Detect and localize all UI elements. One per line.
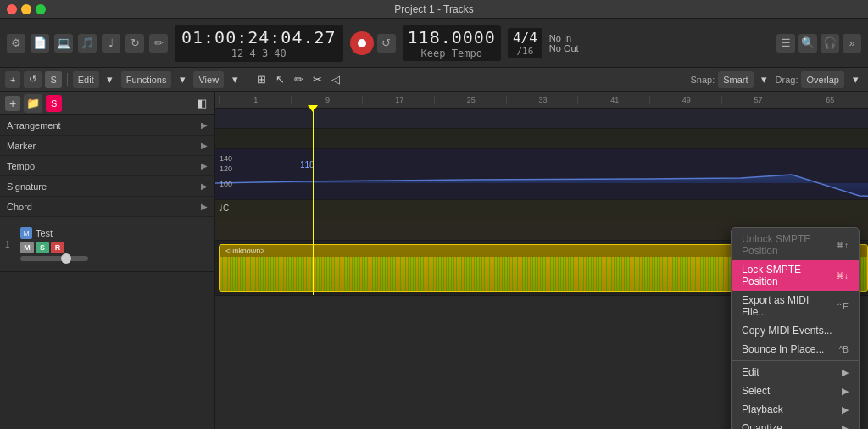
- context-menu: Unlock SMPTE Position ⌘↑ Lock SMPTE Posi…: [731, 227, 860, 429]
- tempo-label: Keep Tempo: [421, 47, 482, 59]
- pencil-tool[interactable]: ✏: [291, 72, 306, 87]
- record-enable-button[interactable]: R: [51, 242, 64, 254]
- solo-button[interactable]: S: [36, 242, 49, 254]
- tempo-display: 118.0000 Keep Tempo: [403, 25, 501, 61]
- playhead-midi: [313, 241, 314, 295]
- signature-display: 4/4 /16: [508, 28, 542, 58]
- ruler-mark-9: 9: [291, 96, 363, 104]
- maximize-button[interactable]: [36, 4, 46, 14]
- ruler-mark-17: 17: [362, 96, 434, 104]
- mute-button[interactable]: M: [20, 242, 34, 254]
- snap-label: Snap:: [690, 75, 715, 85]
- midi-icon[interactable]: 🎵: [78, 34, 97, 53]
- ruler-mark-1: 1: [219, 96, 291, 104]
- cpu-icon[interactable]: 💻: [54, 34, 73, 53]
- svg-text:120: 120: [220, 164, 232, 173]
- playhead-head: [308, 105, 318, 112]
- volume-thumb: [61, 254, 71, 264]
- tempo-track-header[interactable]: Tempo ▶: [0, 156, 214, 176]
- signature-marker: ♩C: [219, 203, 229, 213]
- cm-edit-arrow: ▶: [842, 367, 849, 378]
- headphones-icon[interactable]: 🎧: [821, 34, 839, 53]
- ruler-mark-41: 41: [577, 96, 649, 104]
- record-button[interactable]: [350, 31, 374, 55]
- add-button[interactable]: +: [5, 96, 20, 111]
- cm-select-arrow: ▶: [842, 386, 849, 397]
- chevron-down-1[interactable]: ▾: [103, 72, 118, 87]
- ruler-mark-25: 25: [434, 96, 506, 104]
- cm-export-midi[interactable]: Export as MIDI File... ⌃E: [732, 291, 859, 321]
- transport-controls: ↺: [350, 31, 396, 55]
- chevron-down-2[interactable]: ▾: [175, 72, 190, 87]
- list-icon[interactable]: ☰: [776, 34, 795, 53]
- tempo-value: 118.0000: [408, 27, 496, 47]
- chevron-down-3[interactable]: ▾: [227, 72, 242, 87]
- cm-edit[interactable]: Edit ▶: [732, 363, 859, 382]
- transport-left-icons: ⚙ 📄 💻 🎵 ♩ ↻ ✏: [7, 34, 168, 53]
- loop-icon[interactable]: ↺: [24, 71, 42, 88]
- arrangement-label: Arrangement: [7, 120, 201, 131]
- cm-unlock-smpte[interactable]: Unlock SMPTE Position ⌘↑: [732, 230, 859, 260]
- add-track-button[interactable]: +: [5, 71, 20, 88]
- smart-s-button[interactable]: S: [46, 95, 62, 112]
- midi-icon-label: M: [24, 230, 30, 237]
- metronome-icon[interactable]: ♩: [102, 34, 120, 53]
- drag-label: Drag:: [776, 75, 798, 85]
- pencil-icon[interactable]: ✏: [149, 34, 168, 53]
- volume-slider[interactable]: [20, 256, 88, 261]
- snap-value[interactable]: Smart: [718, 71, 753, 88]
- fade-tool[interactable]: ◁: [328, 72, 343, 87]
- cm-copy-midi[interactable]: Copy MIDI Events...: [732, 321, 859, 340]
- track-1-controls: M Test M S R: [20, 227, 209, 261]
- settings-icon[interactable]: ⚙: [7, 34, 25, 53]
- file-icon[interactable]: 📄: [31, 34, 49, 53]
- signature-track-header[interactable]: Signature ▶: [0, 176, 214, 197]
- more-icon[interactable]: »: [843, 34, 861, 53]
- chevron-down-drag[interactable]: ▾: [848, 72, 863, 87]
- cm-lock-smpte[interactable]: Lock SMPTE Position ⌘↓: [732, 260, 859, 291]
- edit-button[interactable]: Edit: [73, 71, 99, 88]
- cm-bounce-in[interactable]: Bounce In Place... ^B: [732, 340, 859, 359]
- inspector-icon[interactable]: ◧: [194, 96, 209, 111]
- trim-tool[interactable]: ✂: [309, 72, 325, 87]
- arrangement-arrow: ▶: [201, 120, 208, 130]
- marker-track-header[interactable]: Marker ▶: [0, 136, 214, 156]
- cm-sep-1: [732, 360, 859, 361]
- tempo-label: Tempo: [7, 161, 201, 171]
- ruler-marks: 1 9 17 25 33 41 49 57 65: [219, 96, 865, 104]
- chevron-down-snap[interactable]: ▾: [757, 72, 772, 87]
- marker-arrow: ▶: [201, 141, 208, 150]
- arrangement-track-header[interactable]: Arrangement ▶: [0, 115, 214, 136]
- chord-track-header[interactable]: Chord ▶: [0, 197, 214, 217]
- close-button[interactable]: [7, 4, 17, 14]
- folder-icon[interactable]: 📁: [24, 94, 42, 113]
- pointer-icon[interactable]: ↖: [272, 72, 287, 87]
- cm-playback[interactable]: Playback ▶: [732, 400, 859, 419]
- track-1: 1 M Test M S R: [0, 217, 214, 272]
- cm-select[interactable]: Select ▶: [732, 382, 859, 400]
- signature-label: Signature: [7, 181, 201, 192]
- left-panel: + 📁 S ◧ Arrangement ▶ Marker ▶ Tempo ▶ S…: [0, 92, 215, 429]
- record-icon: [358, 39, 366, 47]
- smart-button[interactable]: S: [45, 71, 61, 88]
- search-icon[interactable]: 🔍: [798, 34, 817, 53]
- time-display: 01:00:24:04.27 12 4 3 40: [175, 25, 343, 62]
- cm-quantize[interactable]: Quantize ▶: [732, 419, 859, 429]
- titlebar: Project 1 - Tracks: [0, 0, 868, 19]
- sub-signature: /16: [516, 46, 533, 57]
- left-panel-toolbar: + 📁 S ◧: [0, 92, 214, 115]
- chord-arrow: ▶: [201, 202, 208, 211]
- drag-value[interactable]: Overlap: [801, 71, 844, 88]
- cycle-button[interactable]: ↺: [377, 34, 396, 53]
- svg-text:100: 100: [220, 180, 232, 188]
- window-title: Project 1 - Tracks: [394, 3, 473, 15]
- cycle-icon[interactable]: ↻: [125, 34, 144, 53]
- view-button[interactable]: View: [193, 71, 224, 88]
- marker-label: Marker: [7, 141, 201, 151]
- minimize-button[interactable]: [21, 4, 31, 14]
- transport-right-icons: ☰ 🔍 🎧 »: [776, 34, 861, 53]
- functions-button[interactable]: Functions: [121, 71, 172, 88]
- chord-label: Chord: [7, 202, 201, 212]
- beat-time: 12 4 3 40: [231, 47, 287, 59]
- grid-icon[interactable]: ⊞: [253, 72, 269, 87]
